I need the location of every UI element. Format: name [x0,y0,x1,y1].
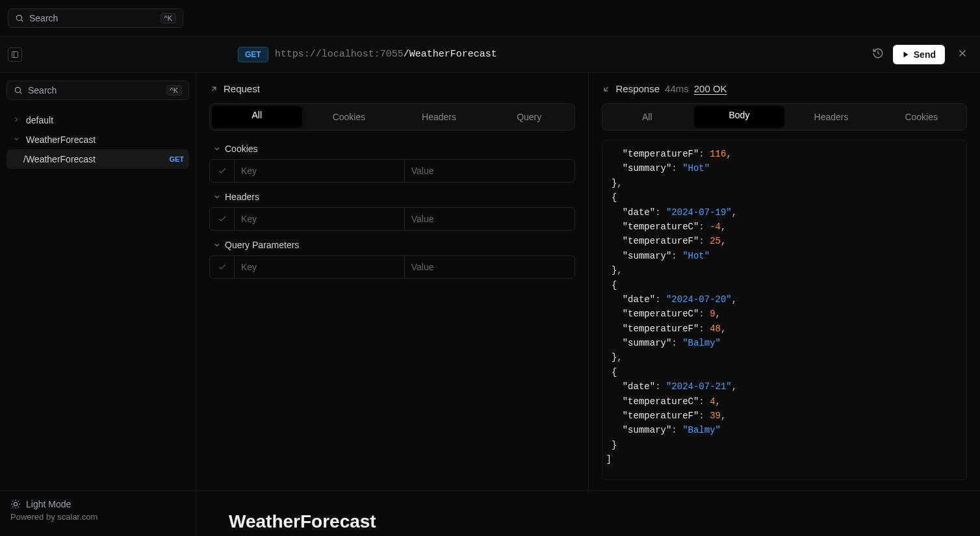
response-title: Response [616,83,660,94]
response-tabs: AllBodyHeadersCookies [602,103,968,131]
row-enable-checkbox[interactable] [210,256,235,278]
global-search-placeholder: Search [29,13,58,23]
request-tab-headers[interactable]: Headers [394,106,484,128]
svg-line-5 [878,53,879,55]
request-section-headers[interactable]: Headers [213,192,575,202]
key-input[interactable] [235,160,404,182]
theme-label: Light Mode [26,499,71,509]
section-label: Headers [225,192,259,202]
response-panel: Response 44ms 200 OK AllBodyHeadersCooki… [589,73,981,491]
method-badge[interactable]: GET [238,47,268,62]
response-tab-cookies[interactable]: Cookies [876,106,966,128]
chevron-down-icon [12,134,21,145]
svg-line-20 [12,507,13,507]
sidebar-item-weatherforecast[interactable]: WeatherForecast [6,130,189,149]
sidebar-item-method: GET [169,155,184,163]
svg-line-12 [604,87,608,91]
request-tabs: AllCookiesHeadersQuery [209,103,575,131]
kv-row [209,255,575,279]
response-body[interactable]: "temperatureF": 116, "summary": "Hot" },… [602,140,968,480]
svg-line-21 [18,501,19,502]
sidebar-toggle-button[interactable] [8,47,22,62]
response-status[interactable]: 200 OK [694,83,727,94]
response-panel-header: Response 44ms 200 OK [602,83,968,94]
send-button-label: Send [914,49,936,60]
panels: Request AllCookiesHeadersQuery CookiesHe… [196,73,980,491]
sidebar-item-label: WeatherForecast [26,134,96,145]
svg-rect-2 [12,51,18,57]
chevron-down-icon [213,145,221,153]
svg-line-10 [20,92,22,94]
global-search-box[interactable]: Search ^K [8,8,183,28]
svg-point-0 [16,15,21,20]
svg-line-16 [12,501,13,502]
sidebar-search-placeholder: Search [28,85,57,96]
row-enable-checkbox[interactable] [210,160,235,182]
svg-point-13 [14,502,17,505]
response-tab-headers[interactable]: Headers [786,106,877,128]
svg-line-17 [18,507,19,507]
response-latency: 44ms [665,83,689,94]
sidebar-item-default[interactable]: default [6,110,189,130]
request-panel: Request AllCookiesHeadersQuery CookiesHe… [196,73,589,491]
chevron-down-icon [213,241,221,249]
global-search-kbd: ^K [161,13,177,23]
send-button[interactable]: Send [893,45,945,64]
sidebar: Search ^K default WeatherForecast /Weath… [0,73,196,491]
key-input[interactable] [235,208,404,230]
request-title: Request [224,83,260,94]
value-input[interactable] [405,208,574,230]
search-icon [15,14,24,23]
row-enable-checkbox[interactable] [210,208,235,230]
sidebar-item-label: /WeatherForecast [23,154,96,164]
request-tab-query[interactable]: Query [484,106,574,128]
kv-row [209,207,575,231]
url-path: /WeatherForecast [404,49,497,60]
commandbar: GET https://localhost:7055/WeatherForeca… [0,36,980,73]
arrow-down-left-icon [602,84,611,94]
footer: Light Mode Powered by scalar.com Weather… [0,491,980,536]
section-label: Cookies [225,144,258,154]
kv-row [209,159,575,183]
svg-point-9 [15,87,20,92]
sidebar-tree: default WeatherForecast /WeatherForecast… [6,110,189,169]
play-icon [902,51,910,58]
search-icon [14,86,23,95]
request-panel-header: Request [209,83,575,94]
chevron-down-icon [213,193,221,201]
section-label: Query Parameters [225,240,299,250]
topbar: Search ^K [0,0,980,36]
url-base: https://localhost:7055 [275,49,404,60]
url-block: GET https://localhost:7055/WeatherForeca… [238,44,945,65]
theme-toggle[interactable]: Light Mode [10,499,185,509]
svg-marker-6 [903,51,908,57]
key-input[interactable] [235,256,404,278]
layout: Search ^K default WeatherForecast /Weath… [0,73,980,491]
response-tab-all[interactable]: All [602,106,693,128]
sidebar-item-label: default [26,115,53,125]
request-url[interactable]: https://localhost:7055/WeatherForecast [275,49,497,60]
sidebar-endpoint-weatherforecast[interactable]: /WeatherForecast GET [6,149,189,169]
request-tab-cookies[interactable]: Cookies [304,106,394,128]
close-button[interactable] [953,44,972,65]
request-section-cookies[interactable]: Cookies [213,144,575,154]
footer-main: WeatherForecast [196,491,980,536]
chevron-right-icon [12,115,21,125]
powered-by[interactable]: Powered by scalar.com [10,512,185,522]
page-title: WeatherForecast [229,511,376,532]
request-tab-all[interactable]: All [212,106,302,128]
arrow-up-right-icon [209,84,218,94]
value-input[interactable] [405,256,574,278]
sidebar-search-box[interactable]: Search ^K [6,81,189,100]
value-input[interactable] [405,160,574,182]
sidebar-search-kbd: ^K [166,85,183,96]
footer-left: Light Mode Powered by scalar.com [0,491,196,536]
sun-icon [10,499,21,509]
history-button[interactable] [868,44,888,65]
request-section-query-parameters[interactable]: Query Parameters [213,240,575,250]
response-tab-body[interactable]: Body [694,106,784,128]
svg-line-11 [212,87,216,91]
svg-line-1 [21,19,23,21]
